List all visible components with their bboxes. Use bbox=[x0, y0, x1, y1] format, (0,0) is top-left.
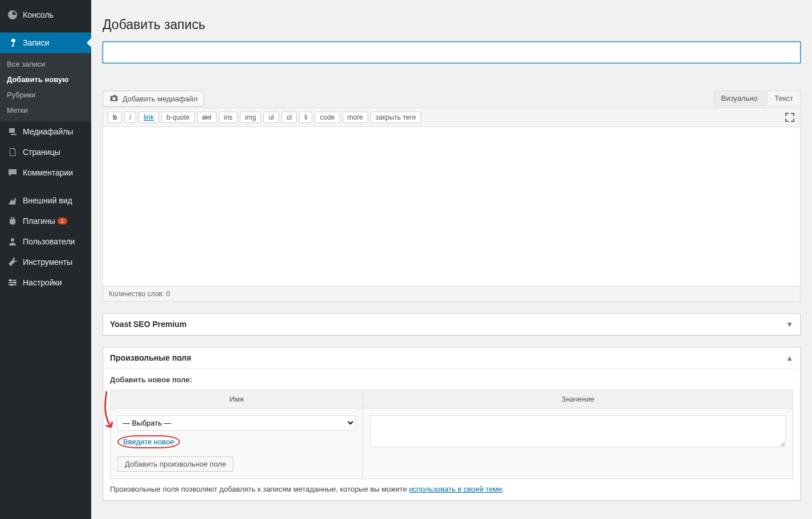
menu-media-label: Медиафайлы bbox=[23, 127, 73, 136]
btn-img[interactable]: img bbox=[240, 112, 261, 123]
page-title: Добавить запись bbox=[103, 17, 801, 32]
yoast-header[interactable]: Yoast SEO Premium ▼ bbox=[103, 314, 800, 335]
svg-point-4 bbox=[9, 279, 11, 281]
appearance-icon bbox=[7, 195, 18, 206]
comments-icon bbox=[7, 167, 18, 178]
add-new-field-label: Добавить новое поле: bbox=[110, 375, 793, 384]
word-count: Количество слов: 0 bbox=[109, 290, 170, 298]
btn-bold[interactable]: b bbox=[108, 112, 122, 123]
yoast-title: Yoast SEO Premium bbox=[110, 320, 186, 329]
tab-visual[interactable]: Визуально bbox=[714, 91, 765, 106]
add-media-label: Добавить медиафайл bbox=[123, 95, 198, 103]
camera-music-icon bbox=[109, 93, 119, 104]
yoast-postbox: Yoast SEO Premium ▼ bbox=[103, 313, 801, 336]
plugins-update-badge: 1 bbox=[58, 218, 67, 224]
plugins-icon bbox=[7, 215, 18, 227]
cf-value-header: Значение bbox=[363, 390, 793, 408]
editor-tabs: Визуально Текст bbox=[714, 91, 801, 106]
toggle-down-icon[interactable]: ▼ bbox=[786, 320, 793, 329]
dashboard-icon bbox=[7, 9, 18, 21]
menu-settings-label: Настройки bbox=[23, 278, 62, 287]
svg-point-0 bbox=[11, 238, 14, 242]
add-custom-field-button[interactable]: Добавить произвольное поле bbox=[117, 456, 234, 472]
menu-posts[interactable]: Записи bbox=[0, 32, 91, 53]
toggle-up-icon[interactable]: ▲ bbox=[786, 354, 793, 362]
submenu-add-new[interactable]: Добавить новую bbox=[0, 72, 91, 87]
cf-name-select[interactable]: — Выбрать — bbox=[117, 415, 356, 431]
custom-fields-postbox: Произвольные поля ▲ Добавить новое поле:… bbox=[103, 347, 801, 501]
menu-console[interactable]: Консоль bbox=[0, 5, 91, 25]
custom-fields-body: Добавить новое поле: Имя Значение — Выбр bbox=[103, 369, 800, 500]
menu-settings[interactable]: Настройки bbox=[0, 272, 91, 293]
custom-fields-header[interactable]: Произвольные поля ▲ bbox=[103, 348, 800, 369]
menu-comments-label: Комментарии bbox=[23, 168, 73, 177]
menu-posts-label: Записи bbox=[23, 38, 49, 47]
btn-link[interactable]: link bbox=[138, 112, 159, 123]
post-title-input[interactable] bbox=[103, 42, 801, 63]
submenu-posts: Все записи Добавить новую Рубрики Метки bbox=[0, 53, 91, 121]
media-icon bbox=[7, 126, 18, 137]
add-media-button[interactable]: Добавить медиафайл bbox=[103, 91, 204, 107]
menu-comments[interactable]: Комментарии bbox=[0, 162, 91, 183]
main-content: Добавить запись Добавить медиафайл Визуа… bbox=[91, 0, 812, 519]
menu-pages-label: Страницы bbox=[23, 148, 60, 157]
custom-fields-table: Имя Значение — Выбрать — Введите новое bbox=[110, 390, 793, 479]
btn-li[interactable]: li bbox=[299, 112, 312, 123]
svg-point-5 bbox=[14, 281, 16, 284]
menu-media[interactable]: Медиафайлы bbox=[0, 121, 91, 142]
custom-fields-note: Произвольные поля позволяют добавлять к … bbox=[110, 485, 793, 493]
editor-textarea[interactable] bbox=[103, 127, 801, 287]
editor-status-bar: Количество слов: 0 bbox=[103, 287, 801, 302]
cf-value-textarea[interactable] bbox=[370, 415, 786, 447]
btn-code[interactable]: code bbox=[315, 112, 340, 123]
tab-text[interactable]: Текст bbox=[767, 91, 801, 106]
users-icon bbox=[7, 236, 18, 247]
btn-del[interactable]: del bbox=[197, 112, 217, 123]
menu-plugins-label: Плагины bbox=[23, 216, 55, 226]
fullscreen-icon[interactable] bbox=[784, 112, 795, 123]
menu-appearance[interactable]: Внешний вид bbox=[0, 190, 91, 211]
btn-ol[interactable]: ol bbox=[281, 112, 297, 123]
pin-icon bbox=[7, 37, 18, 48]
cf-note-link[interactable]: использовать в своей теме bbox=[409, 485, 503, 493]
submenu-tags[interactable]: Метки bbox=[0, 103, 91, 118]
settings-icon bbox=[7, 277, 18, 288]
submenu-categories[interactable]: Рубрики bbox=[0, 87, 91, 103]
menu-tools[interactable]: Инструменты bbox=[0, 252, 91, 272]
btn-italic[interactable]: i bbox=[124, 112, 136, 123]
btn-close-tags[interactable]: закрыть теги bbox=[370, 112, 421, 123]
btn-bquote[interactable]: b-quote bbox=[161, 112, 195, 123]
svg-point-6 bbox=[10, 284, 13, 286]
enter-new-link[interactable]: Введите новое bbox=[117, 435, 180, 448]
tools-icon bbox=[7, 256, 18, 268]
custom-fields-title: Произвольные поля bbox=[110, 353, 191, 362]
btn-ul[interactable]: ul bbox=[263, 112, 279, 123]
pages-icon bbox=[7, 146, 18, 158]
menu-tools-label: Инструменты bbox=[23, 258, 72, 267]
menu-appearance-label: Внешний вид bbox=[23, 196, 72, 205]
menu-users[interactable]: Пользователи bbox=[0, 231, 91, 252]
submenu-all-posts[interactable]: Все записи bbox=[0, 56, 91, 72]
menu-pages[interactable]: Страницы bbox=[0, 142, 91, 162]
editor-toolbar: b i link b-quote del ins img ul ol li co… bbox=[103, 108, 801, 127]
cf-note-prefix: Произвольные поля позволяют добавлять к … bbox=[110, 485, 409, 493]
btn-more[interactable]: more bbox=[342, 112, 368, 123]
admin-sidebar: Консоль Записи Все записи Добавить новую… bbox=[0, 0, 91, 519]
btn-ins[interactable]: ins bbox=[219, 112, 238, 123]
cf-note-suffix: . bbox=[502, 485, 504, 493]
menu-plugins[interactable]: Плагины 1 bbox=[0, 211, 91, 231]
menu-users-label: Пользователи bbox=[23, 237, 75, 246]
menu-console-label: Консоль bbox=[23, 10, 54, 19]
cf-name-header: Имя bbox=[111, 390, 363, 408]
